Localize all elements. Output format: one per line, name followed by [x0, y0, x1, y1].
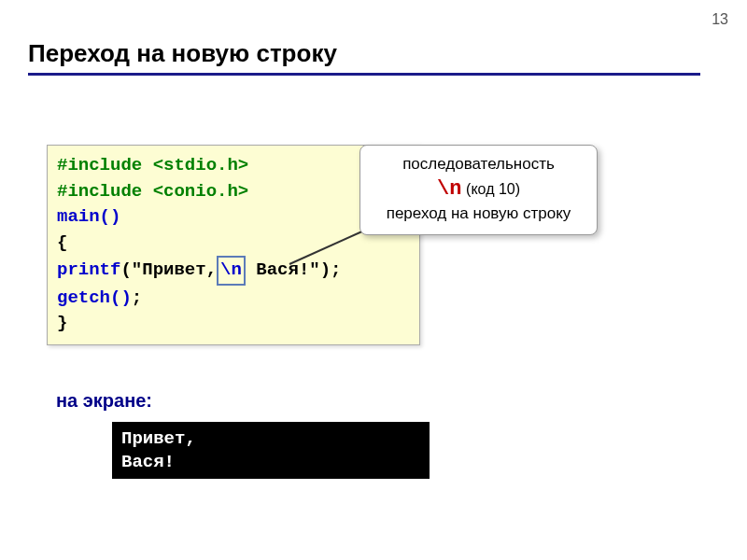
code-brace: } — [57, 313, 67, 333]
callout-pointer-line — [285, 229, 369, 266]
code-include-lib: <stdio.h> — [153, 155, 249, 175]
code-printf: printf — [57, 259, 120, 280]
code-getch: getch — [57, 287, 110, 308]
screen-label: на экране: — [56, 390, 152, 412]
output-block: Привет, Вася! — [112, 422, 430, 479]
code-text: Привет, — [142, 259, 217, 280]
code-include-keyword: #include — [57, 155, 153, 175]
page-number: 13 — [712, 11, 728, 28]
page-title: Переход на новую строку — [28, 39, 337, 68]
callout-text: последовательность — [370, 155, 587, 174]
output-line: Привет, — [121, 427, 420, 451]
title-underline — [28, 73, 700, 76]
svg-line-0 — [289, 231, 364, 264]
code-main: main() — [57, 206, 120, 227]
callout-code10: (код 10) — [466, 181, 520, 197]
callout-box: последовательность \n (код 10) переход н… — [359, 145, 598, 235]
code-include-keyword: #include — [57, 181, 153, 202]
code-include-lib: <conio.h> — [153, 181, 249, 202]
output-line: Вася! — [121, 451, 420, 474]
code-text: (" — [120, 259, 142, 280]
newline-highlight-box: \n — [217, 256, 246, 286]
callout-symbol: \n — [437, 177, 461, 201]
callout-text: переход на новую строку — [370, 204, 587, 223]
code-parens: () — [110, 287, 132, 308]
code-brace: { — [57, 232, 67, 253]
code-semicolon: ; — [132, 287, 142, 308]
